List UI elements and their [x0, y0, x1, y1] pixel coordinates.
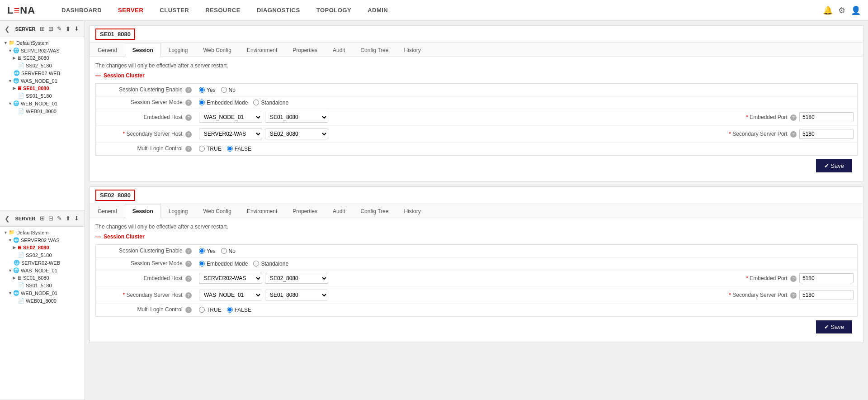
help-icon-clustering-2[interactable]: ?: [185, 248, 192, 254]
radio-false-input-1[interactable]: [227, 146, 233, 152]
tab-environment-1[interactable]: Environment: [239, 43, 285, 57]
select-embedded-server-1[interactable]: SE01_8080: [265, 112, 328, 123]
radio-true-input-1[interactable]: [199, 146, 205, 152]
add-btn-2[interactable]: ⊞: [39, 214, 46, 223]
tab-history-1[interactable]: History: [396, 43, 428, 57]
help-icon-mode-2[interactable]: ?: [185, 261, 192, 267]
nav-diagnostics[interactable]: DIAGNOSTICS: [249, 0, 308, 21]
help-icon-embedded-2[interactable]: ?: [185, 276, 192, 282]
tree-item-ss01-5180[interactable]: 📄 SS01_5180: [0, 92, 85, 100]
remove-btn-1[interactable]: ⊟: [47, 24, 54, 33]
tree-item-server02web2[interactable]: 🌐 SERVER02-WEB: [0, 259, 85, 267]
help-icon-secondary-1[interactable]: ?: [185, 131, 192, 138]
down-btn-1[interactable]: ⬇: [73, 24, 80, 33]
tab-history-2[interactable]: History: [396, 204, 428, 218]
tree-item-web-node-01-2[interactable]: ▼ 🌐 WEB_NODE_01: [0, 289, 85, 297]
radio-yes-1[interactable]: Yes: [199, 87, 216, 93]
help-icon-port-2[interactable]: ?: [790, 276, 797, 282]
tab-properties-2[interactable]: Properties: [285, 204, 325, 218]
tree-item-server02was2[interactable]: ▼ 🌐 SERVER02-WAS: [0, 236, 85, 244]
nav-cluster[interactable]: CLUSTER: [151, 0, 197, 21]
down-btn-2[interactable]: ⬇: [73, 214, 80, 223]
collapse-btn-2[interactable]: ❮: [5, 215, 10, 222]
tree-item-se02-8080[interactable]: ▶ 🖥 SE02_8080: [0, 54, 85, 62]
radio-embedded-1[interactable]: Embedded Mode: [199, 100, 248, 106]
input-secondary-port-2[interactable]: [799, 290, 854, 300]
tree-item-defaultsystem2[interactable]: ▼ 📁 DefaultSystem: [0, 229, 85, 236]
tree-item-was-node-01[interactable]: ▼ 🌐 WAS_NODE_01: [0, 77, 85, 85]
nav-dashboard[interactable]: DASHBOARD: [53, 0, 110, 21]
nav-resource[interactable]: RESOURCE: [197, 0, 249, 21]
radio-standalone-2[interactable]: Standalone: [253, 261, 288, 267]
select-embedded-server-2[interactable]: SE02_8080: [265, 273, 328, 284]
radio-true-1[interactable]: TRUE: [199, 146, 222, 152]
input-embedded-port-1[interactable]: [799, 112, 854, 122]
gear-icon[interactable]: ⚙: [838, 5, 845, 15]
tab-audit-1[interactable]: Audit: [325, 43, 353, 57]
radio-yes-2[interactable]: Yes: [199, 248, 216, 254]
tab-logging-1[interactable]: Logging: [161, 43, 196, 57]
tab-session-1[interactable]: Session: [125, 43, 161, 57]
radio-embedded-input-1[interactable]: [199, 100, 205, 105]
help-icon-embedded-1[interactable]: ?: [185, 114, 192, 121]
tab-configtree-2[interactable]: Config Tree: [353, 204, 396, 218]
tab-webconfig-1[interactable]: Web Config: [195, 43, 239, 57]
tree-item-se01-8080-selected[interactable]: ▶ 🖥 SE01_8080: [0, 85, 85, 92]
tab-audit-2[interactable]: Audit: [325, 204, 353, 218]
tab-session-2[interactable]: Session: [125, 204, 161, 218]
radio-false-input-2[interactable]: [227, 307, 233, 313]
radio-yes-input-2[interactable]: [199, 248, 205, 254]
help-icon-port-1[interactable]: ?: [790, 114, 797, 121]
radio-true-input-2[interactable]: [199, 307, 205, 313]
remove-btn-2[interactable]: ⊟: [47, 214, 54, 223]
tab-logging-2[interactable]: Logging: [161, 204, 196, 218]
radio-no-input-1[interactable]: [221, 87, 227, 93]
select-secondary-server-1[interactable]: SE02_8080: [265, 129, 328, 139]
tree-item-server02web[interactable]: 🌐 SERVER02-WEB: [0, 69, 85, 77]
tree-item-ss01-5180-2[interactable]: 📄 SS01_5180: [0, 281, 85, 289]
help-icon-clustering-1[interactable]: ?: [185, 87, 192, 93]
help-icon-secport-1[interactable]: ?: [790, 131, 797, 138]
radio-true-2[interactable]: TRUE: [199, 307, 222, 313]
add-btn-1[interactable]: ⊞: [39, 24, 46, 33]
edit-btn-1[interactable]: ✎: [56, 24, 63, 33]
radio-embedded-2[interactable]: Embedded Mode: [199, 261, 248, 267]
tree-item-se01-8080-2[interactable]: ▶ 🖥 SE01_8080: [0, 274, 85, 281]
tab-general-2[interactable]: General: [90, 204, 125, 218]
select-secondary-server-2[interactable]: SE01_8080: [265, 290, 328, 300]
help-icon-secondary-2[interactable]: ?: [185, 292, 192, 299]
up-btn-1[interactable]: ⬆: [65, 24, 71, 33]
tree-item-server02was[interactable]: ▼ 🌐 SERVER02-WAS: [0, 47, 85, 54]
radio-standalone-1[interactable]: Standalone: [253, 100, 288, 106]
tree-item-se02-8080-selected[interactable]: ▶ 🖥 SE02_8080: [0, 244, 85, 251]
tree-item-ss02-5180-2[interactable]: 📄 SS02_5180: [0, 251, 85, 259]
radio-standalone-input-2[interactable]: [253, 261, 259, 267]
help-icon-multilogin-2[interactable]: ?: [185, 307, 192, 313]
radio-false-2[interactable]: FALSE: [227, 307, 251, 313]
nav-admin[interactable]: ADMIN: [359, 0, 396, 21]
radio-embedded-input-2[interactable]: [199, 261, 205, 267]
tree-item-web-node-01[interactable]: ▼ 🌐 WEB_NODE_01: [0, 100, 85, 107]
radio-no-input-2[interactable]: [221, 248, 227, 254]
collapse-btn-1[interactable]: ❮: [5, 25, 10, 33]
radio-yes-input-1[interactable]: [199, 87, 205, 93]
nav-server[interactable]: SERVER: [110, 0, 151, 21]
radio-false-1[interactable]: FALSE: [227, 146, 251, 152]
input-embedded-port-2[interactable]: [799, 273, 854, 283]
tree-item-defaultsystem[interactable]: ▼ 📁 DefaultSystem: [0, 39, 85, 47]
up-btn-2[interactable]: ⬆: [65, 214, 71, 223]
tab-properties-1[interactable]: Properties: [285, 43, 325, 57]
radio-no-1[interactable]: No: [221, 87, 236, 93]
tree-item-web01-8000[interactable]: 📄 WEB01_8000: [0, 107, 85, 115]
select-embedded-node-2[interactable]: SERVER02-WAS: [199, 273, 262, 284]
tab-webconfig-2[interactable]: Web Config: [195, 204, 239, 218]
select-embedded-node-1[interactable]: WAS_NODE_01: [199, 112, 262, 123]
save-button-2[interactable]: ✔ Save: [816, 320, 852, 333]
input-secondary-port-1[interactable]: [799, 129, 854, 139]
user-icon[interactable]: 👤: [851, 5, 861, 15]
save-button-1[interactable]: ✔ Save: [816, 159, 852, 172]
edit-btn-2[interactable]: ✎: [56, 214, 63, 223]
nav-topology[interactable]: TOPOLOGY: [308, 0, 359, 21]
tab-general-1[interactable]: General: [90, 43, 125, 57]
select-secondary-node-2[interactable]: WAS_NODE_01: [199, 290, 262, 300]
